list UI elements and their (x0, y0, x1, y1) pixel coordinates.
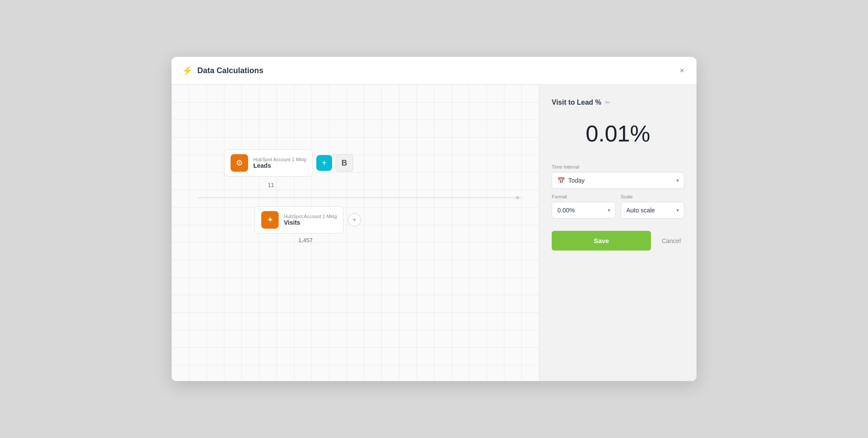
format-select-wrapper: 0.00% ▾ (552, 202, 616, 219)
scale-select[interactable]: Auto scale (621, 202, 685, 219)
node-value-b: 1,457 (298, 237, 313, 244)
lightning-icon: ⚡ (182, 65, 193, 76)
time-interval-label: Time Interval (552, 164, 684, 170)
calendar-icon: 📅 (557, 177, 565, 184)
save-button[interactable]: Save (552, 231, 651, 251)
cancel-button[interactable]: Cancel (658, 234, 684, 248)
time-interval-select[interactable]: 📅 Today (552, 172, 684, 189)
format-label: Format (552, 194, 616, 199)
node-row-a: ⚙ HubSpot Account 1 Mktg Leads + B (224, 149, 353, 177)
format-scale-row: Format 0.00% ▾ Scale Auto scale (552, 194, 684, 219)
canvas-area: ⚙ HubSpot Account 1 Mktg Leads + B 11 ≡ (172, 85, 539, 381)
modal-header: ⚡ Data Calculations × (172, 57, 696, 85)
small-plus-button[interactable]: + (348, 213, 361, 226)
divider-line (198, 198, 522, 198)
node-account-a: HubSpot Account 1 Mktg (253, 157, 306, 162)
metric-title: Visit to Lead % (552, 99, 602, 106)
plus-connector-button[interactable]: + (316, 155, 332, 171)
modal-body: ⚙ HubSpot Account 1 Mktg Leads + B 11 ≡ (172, 85, 696, 381)
format-select[interactable]: 0.00% (552, 202, 616, 219)
edit-icon[interactable]: ✏ (605, 99, 610, 106)
hubspot-icon-b: ✦ (261, 211, 279, 229)
action-row: Save Cancel (552, 231, 684, 251)
time-interval-field: Time Interval 📅 Today ▾ (552, 164, 684, 189)
scale-label: Scale (621, 194, 685, 199)
node-label-a: Leads (253, 162, 306, 169)
data-calculations-modal: ⚡ Data Calculations × ⚙ HubSpot Account … (172, 57, 696, 381)
metric-value: 0.01% (552, 120, 684, 147)
form-section: Time Interval 📅 Today ▾ Format (552, 164, 684, 219)
time-interval-select-wrapper: 📅 Today ▾ (552, 172, 684, 189)
node-value-a: 11 (268, 182, 274, 188)
hubspot-icon-a: ⚙ (231, 154, 248, 172)
scale-field: Scale Auto scale ▾ (621, 194, 685, 219)
node-card-visits: ✦ HubSpot Account 1 Mktg Visits (255, 206, 343, 233)
format-field: Format 0.00% ▾ (552, 194, 616, 219)
time-interval-value: Today (568, 177, 584, 184)
close-button[interactable]: × (678, 65, 686, 76)
modal-title: Data Calculations (197, 66, 678, 75)
node-card-leads: ⚙ HubSpot Account 1 Mktg Leads (224, 149, 313, 177)
node-account-b: HubSpot Account 1 Mktg (284, 214, 337, 219)
divider-equals: ≡ (516, 194, 519, 201)
b-badge: B (336, 154, 353, 172)
node-label-b: Visits (284, 219, 337, 226)
metric-title-row: Visit to Lead % ✏ (552, 99, 684, 106)
node-row-b: ✦ HubSpot Account 1 Mktg Visits + (255, 206, 361, 233)
scale-select-wrapper: Auto scale ▾ (621, 202, 685, 219)
sidebar-panel: Visit to Lead % ✏ 0.01% Time Interval 📅 … (539, 85, 696, 381)
